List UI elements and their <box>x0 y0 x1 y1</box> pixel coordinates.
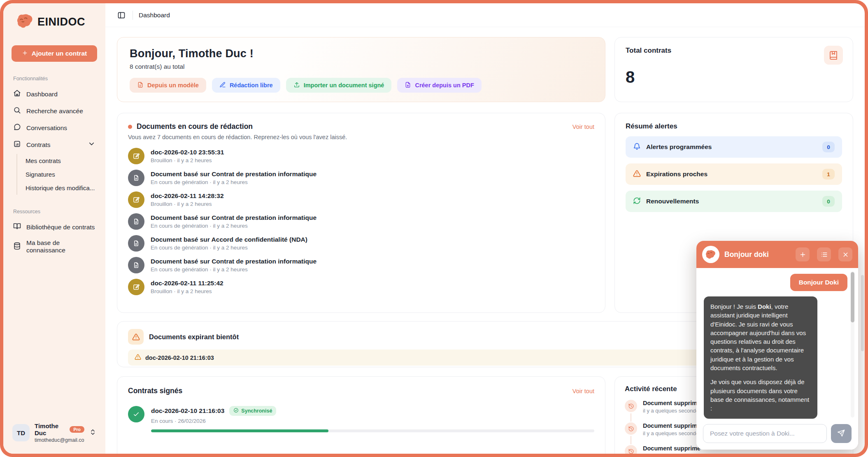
alert-row-expirations[interactable]: Expirations proches 1 <box>626 163 842 185</box>
import-signed-document-button[interactable]: Importer un document signé <box>286 78 392 93</box>
chat-title: Bonjour doki <box>724 250 788 259</box>
assistant-text-bold: Doki <box>758 303 771 310</box>
expiring-document-title: doc-2026-02-10 21:16:03 <box>145 354 214 361</box>
chat-scrollbar-thumb[interactable] <box>851 272 854 322</box>
draft-list-item[interactable]: doc-2026-02-11 14:28:32 Brouillon · il y… <box>128 191 594 208</box>
user-menu[interactable]: TD Timothe Duc Pro timotheduc@gmail.com <box>12 421 97 445</box>
draft-title: doc-2026-02-11 14:28:32 <box>151 192 224 200</box>
draft-meta: En cours de génération · il y a 2 heures <box>151 223 316 229</box>
draft-list-item[interactable]: Document basé sur Accord de confidential… <box>128 235 594 252</box>
draft-title: Document basé sur Accord de confidential… <box>151 236 307 243</box>
sidebar-item-my-contracts[interactable]: Mes contrats <box>26 154 97 168</box>
create-from-pdf-button[interactable]: Créer depuis un PDF <box>397 78 481 93</box>
draft-meta: En cours de génération · il y a 2 heures <box>151 245 307 251</box>
chevron-up-down-icon[interactable] <box>89 429 96 437</box>
edit-pen-icon <box>128 191 144 208</box>
alert-row-renewals[interactable]: Renouvellements 0 <box>626 191 842 212</box>
quick-actions: Depuis un modèle Rédaction libre Importe… <box>130 78 593 93</box>
activity-item-title: Document supprimé <box>643 400 701 406</box>
drafts-view-all-link[interactable]: Voir tout <box>572 124 594 130</box>
pen-icon <box>219 82 226 89</box>
alerts-title: Résumé alertes <box>626 122 842 131</box>
draft-meta: Brouillon · il y a 2 heures <box>151 157 224 163</box>
sidebar-item-conversations[interactable]: Conversations <box>12 119 97 136</box>
send-button[interactable] <box>831 424 852 443</box>
file-text-icon <box>137 82 144 89</box>
history-clock-icon <box>625 422 637 435</box>
top-bar: Dashboard <box>105 3 865 27</box>
draft-meta: En cours de génération · il y a 2 heures <box>151 179 316 185</box>
history-clock-icon <box>625 400 637 412</box>
document-icon <box>128 170 144 186</box>
sidebar-item-label: Dashboard <box>26 91 58 98</box>
draft-meta: Brouillon · il y a 2 heures <box>151 201 224 207</box>
expiring-title: Documents expirant bientôt <box>149 333 239 341</box>
breadcrumb: Dashboard <box>139 12 170 19</box>
chat-user-message: Bonjour Doki <box>790 274 847 291</box>
document-icon <box>128 213 144 230</box>
sidebar-item-contract-library[interactable]: Bibliothèque de contrats <box>12 219 97 235</box>
sync-badge-label: Synchronisé <box>241 408 272 414</box>
sidebar-item-advanced-search[interactable]: Recherche avancée <box>12 103 97 119</box>
chevron-down-icon[interactable] <box>88 140 95 149</box>
chat-new-conversation-button[interactable] <box>796 247 810 261</box>
chat-conversation-list-button[interactable] <box>817 247 831 261</box>
draft-list-item[interactable]: doc-2026-02-11 11:25:42 Brouillon · il y… <box>128 279 594 295</box>
draft-title: Document basé sur Contrat de prestation … <box>151 214 316 222</box>
doki-avatar <box>702 246 719 263</box>
total-contracts-value: 8 <box>626 68 842 86</box>
signed-contract-item[interactable]: doc-2026-02-10 21:16:03 Synchronisé En c… <box>128 406 594 432</box>
alert-count-badge: 1 <box>822 169 835 180</box>
free-writing-button[interactable]: Rédaction libre <box>212 78 280 93</box>
drafts-card: Documents en cours de rédaction Voir tou… <box>117 113 605 313</box>
app-window-frame: EINIDOC Ajouter un contrat Fonctionnalit… <box>0 0 868 457</box>
signed-contracts-card: Contrats signés Voir tout doc-2026-02-10… <box>117 376 605 454</box>
draft-list-item[interactable]: doc-2026-02-10 23:55:31 Brouillon · il y… <box>128 148 594 164</box>
avatar: TD <box>12 424 30 441</box>
assistant-text: Bonjour ! Je suis <box>710 303 758 310</box>
sidebar-item-label: Recherche avancée <box>26 107 83 115</box>
upload-icon <box>293 82 300 89</box>
sidebar-toggle-icon[interactable] <box>116 10 127 21</box>
activity-item-title: Document supprimé <box>643 422 701 429</box>
alert-row-scheduled[interactable]: Alertes programmées 0 <box>626 136 842 158</box>
status-dot <box>128 125 132 129</box>
draft-list-item[interactable]: Document basé sur Contrat de prestation … <box>128 257 594 273</box>
app: EINIDOC Ajouter un contrat Fonctionnalit… <box>3 3 865 454</box>
sidebar-item-history[interactable]: Historique des modifica... <box>26 181 97 195</box>
button-label: Importer un document signé <box>304 82 384 89</box>
sidebar-item-contracts[interactable]: Contrats <box>12 136 97 153</box>
from-template-button[interactable]: Depuis un modèle <box>130 78 206 93</box>
signed-contract-meta: En cours · 26/02/2026 <box>151 418 594 424</box>
user-email: timotheduc@gmail.com <box>35 437 84 443</box>
draft-title: Document basé sur Contrat de prestation … <box>151 258 316 265</box>
check-icon <box>128 406 144 422</box>
contracts-icon <box>13 140 21 149</box>
page-scrollbar-thumb[interactable] <box>861 275 864 351</box>
add-contract-button[interactable]: Ajouter un contrat <box>12 45 97 62</box>
chat-close-button[interactable] <box>838 247 852 261</box>
chat-assistant-message: Bonjour ! Je suis Doki, votre assistant … <box>704 296 817 419</box>
signed-view-all-link[interactable]: Voir tout <box>572 388 594 394</box>
activity-item-time: il y a quelques secondes <box>643 430 701 436</box>
sync-status-badge: Synchronisé <box>229 406 276 416</box>
pdf-file-icon <box>405 82 411 89</box>
sidebar-item-label: Ma base de connaissance <box>26 239 95 254</box>
chat-input[interactable] <box>703 424 827 443</box>
sidebar-item-label: Conversations <box>26 124 67 132</box>
drafts-title: Documents en cours de rédaction <box>137 122 568 131</box>
sidebar-item-knowledge-base[interactable]: Ma base de connaissance <box>12 235 97 258</box>
clock-check-icon <box>233 408 239 414</box>
app-logo: EINIDOC <box>12 14 97 30</box>
edit-pen-icon <box>128 148 144 164</box>
sidebar: EINIDOC Ajouter un contrat Fonctionnalit… <box>3 3 105 454</box>
alert-count-badge: 0 <box>822 196 835 207</box>
sidebar-item-dashboard[interactable]: Dashboard <box>12 86 97 103</box>
contracts-submenu: Mes contrats Signatures Historique des m… <box>16 154 97 195</box>
draft-list-item[interactable]: Document basé sur Contrat de prestation … <box>128 170 594 186</box>
sidebar-item-signatures[interactable]: Signatures <box>26 168 97 181</box>
total-contracts-card: Total contrats 8 <box>614 37 853 102</box>
draft-list-item[interactable]: Document basé sur Contrat de prestation … <box>128 213 594 230</box>
warning-triangle-icon <box>128 329 144 345</box>
warning-triangle-icon <box>633 170 641 179</box>
